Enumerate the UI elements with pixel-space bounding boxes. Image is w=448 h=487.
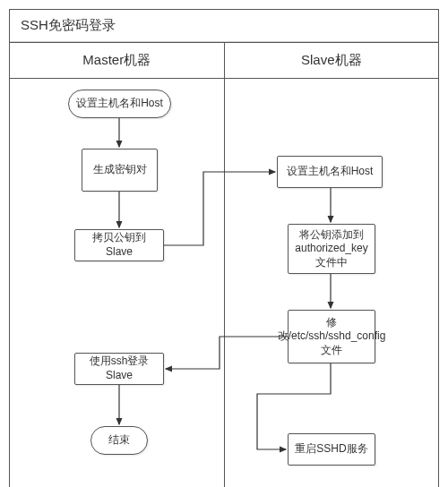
column-header-master: Master机器 [10,43,224,78]
diagram-title: SSH免密码登录 [10,10,438,42]
column-header-slave: Slave机器 [225,43,439,78]
column-slave [225,79,439,487]
swimlane-header: Master机器 Slave机器 [10,42,438,79]
swimlane-body: 设置主机名和Host 生成密钥对 拷贝公钥到Slave 使用ssh登录Slave… [10,79,438,487]
column-master [10,79,224,487]
diagram-frame: SSH免密码登录 Master机器 Slave机器 设置主机名和Host 生成密… [9,9,439,487]
